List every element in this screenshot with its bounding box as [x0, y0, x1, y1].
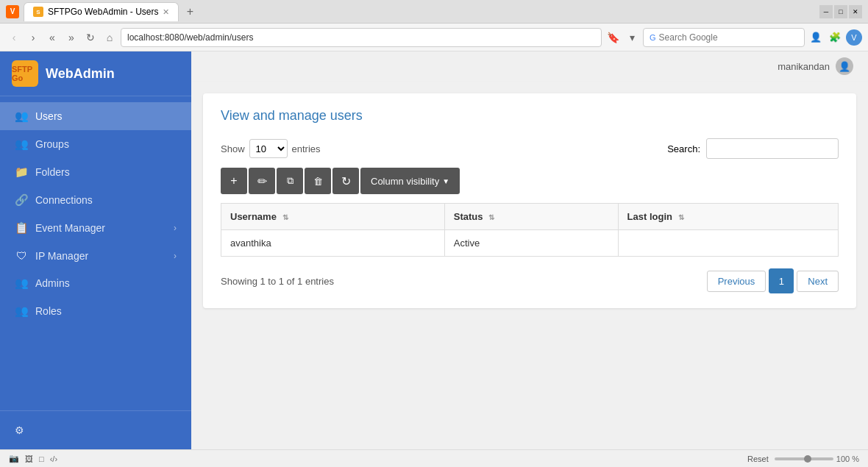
- sidebar-title: WebAdmin: [46, 66, 115, 82]
- sidebar-item-admins-label: Admins: [35, 277, 70, 289]
- vivaldi-button[interactable]: V: [846, 29, 862, 46]
- copy-icon: ⧉: [287, 175, 294, 187]
- active-tab[interactable]: S SFTPGo WebAdmin - Users ✕: [24, 2, 179, 21]
- showing-text: Showing 1 to 1 of 1 entries: [221, 276, 334, 287]
- home-button[interactable]: ⌂: [102, 29, 118, 46]
- new-tab-button[interactable]: +: [182, 4, 198, 20]
- history-back-button[interactable]: «: [44, 29, 60, 46]
- pagination-controls: Previous 1 Next: [707, 268, 839, 293]
- refresh-button[interactable]: ↻: [332, 168, 359, 194]
- status-bar-icon-camera: 📷: [9, 454, 19, 463]
- edit-button[interactable]: ✏: [249, 168, 275, 194]
- search-input[interactable]: [706, 138, 839, 159]
- sidebar-item-groups[interactable]: 👥 Groups: [0, 130, 191, 158]
- delete-icon: 🗑: [313, 176, 323, 187]
- status-bar: 📷 🖼 □ ‹/› Reset 100 %: [0, 449, 868, 467]
- address-bar[interactable]: [121, 28, 602, 47]
- refresh-icon: ↻: [341, 174, 351, 188]
- history-forward-button[interactable]: »: [63, 29, 79, 46]
- zoom-slider[interactable]: [775, 457, 833, 460]
- status-bar-icon-code: ‹/›: [50, 454, 57, 463]
- back-button[interactable]: ‹: [6, 29, 22, 46]
- browser-logo: V: [6, 5, 19, 18]
- tab-close-button[interactable]: ✕: [163, 7, 169, 17]
- user-avatar[interactable]: 👤: [836, 57, 853, 75]
- add-button[interactable]: +: [221, 168, 247, 194]
- sidebar-item-event-manager[interactable]: 📋 Event Manager ›: [0, 214, 191, 242]
- username-column-header[interactable]: Username ⇅: [221, 204, 445, 230]
- zoom-slider-thumb: [804, 455, 811, 463]
- zoom-level: 100 %: [836, 454, 859, 463]
- page-title: View and manage users: [221, 108, 839, 124]
- bookmark-dropdown[interactable]: ▾: [624, 29, 640, 46]
- close-button[interactable]: ✕: [849, 5, 862, 18]
- sidebar-item-folders[interactable]: 📁 Folders: [0, 158, 191, 186]
- ip-manager-expand-icon: ›: [174, 251, 177, 261]
- last-login-column-header[interactable]: Last login ⇅: [618, 204, 838, 230]
- window-controls: V: [6, 5, 19, 18]
- column-visibility-button[interactable]: Column visibility ▼: [360, 168, 460, 194]
- username-header-label: Username: [230, 211, 277, 222]
- google-icon: G: [650, 33, 656, 42]
- search-bar-input[interactable]: [659, 32, 784, 43]
- sidebar-item-event-manager-label: Event Manager: [35, 222, 105, 234]
- forward-button[interactable]: ›: [25, 29, 41, 46]
- sidebar-item-connections[interactable]: 🔗 Connections: [0, 186, 191, 214]
- groups-icon: 👥: [15, 138, 28, 151]
- search-bar-container: G: [643, 28, 805, 47]
- ip-manager-icon: 🛡: [15, 249, 28, 262]
- users-icon: 👥: [15, 110, 28, 123]
- nav-extras: 👤 🧩 V: [808, 29, 862, 46]
- sidebar-item-folders-label: Folders: [35, 166, 70, 178]
- search-label: Search:: [667, 143, 700, 154]
- sidebar: SFTP Go WebAdmin 👥 Users 👥 Groups 📁 Fold…: [0, 51, 191, 449]
- sidebar-nav: 👥 Users 👥 Groups 📁 Folders 🔗 Connections…: [0, 96, 191, 410]
- delete-button[interactable]: 🗑: [305, 168, 331, 194]
- next-button[interactable]: Next: [797, 271, 839, 292]
- user-profile-button[interactable]: 👤: [808, 29, 824, 46]
- settings-item[interactable]: ⚙: [15, 418, 177, 442]
- sidebar-item-groups-label: Groups: [35, 138, 69, 150]
- app-body: SFTP Go WebAdmin 👥 Users 👥 Groups 📁 Fold…: [0, 51, 868, 449]
- status-cell: Active: [444, 230, 618, 257]
- tab-favicon: S: [33, 7, 43, 17]
- admins-icon: 👥: [15, 277, 28, 290]
- status-column-header[interactable]: Status ⇅: [444, 204, 618, 230]
- extensions-button[interactable]: 🧩: [827, 29, 843, 46]
- add-icon: +: [230, 174, 237, 188]
- show-entries: Show 10 25 50 100 entries: [221, 139, 321, 158]
- tab-title: SFTPGo WebAdmin - Users: [48, 7, 158, 17]
- event-manager-icon: 📋: [15, 221, 28, 235]
- col-visibility-label: Column visibility: [371, 176, 439, 187]
- sidebar-item-users[interactable]: 👥 Users: [0, 102, 191, 130]
- status-bar-right: Reset 100 %: [747, 454, 859, 463]
- sidebar-footer: ⚙: [0, 410, 191, 449]
- status-sort-icon: ⇅: [488, 213, 494, 221]
- bookmark-button[interactable]: 🔖: [605, 29, 621, 46]
- current-page-number[interactable]: 1: [769, 268, 794, 293]
- title-bar: V S SFTPGo WebAdmin - Users ✕ + ─ □ ✕: [0, 0, 868, 24]
- sidebar-item-ip-manager[interactable]: 🛡 IP Manager ›: [0, 242, 191, 269]
- reset-zoom-button[interactable]: Reset: [747, 454, 769, 463]
- entries-select[interactable]: 10 25 50 100: [249, 139, 288, 158]
- sidebar-item-roles[interactable]: 👥 Roles: [0, 297, 191, 325]
- action-toolbar: + ✏ ⧉ 🗑 ↻: [221, 168, 839, 194]
- content-card: View and manage users Show 10 25 50 100 …: [203, 93, 856, 308]
- previous-button[interactable]: Previous: [707, 271, 766, 292]
- search-box: Search:: [667, 138, 839, 159]
- entries-label: entries: [292, 143, 321, 154]
- sidebar-item-roles-label: Roles: [35, 305, 62, 317]
- last-login-sort-icon: ⇅: [678, 213, 684, 221]
- copy-button[interactable]: ⧉: [277, 168, 303, 194]
- minimize-button[interactable]: ─: [819, 5, 833, 18]
- maximize-button[interactable]: □: [834, 5, 847, 18]
- pagination-row: Showing 1 to 1 of 1 entries Previous 1 N…: [221, 268, 839, 293]
- status-bar-icon-image: 🖼: [25, 454, 33, 463]
- data-table: Username ⇅ Status ⇅ Last login ⇅: [221, 203, 839, 257]
- last-login-header-label: Last login: [627, 211, 672, 222]
- reload-button[interactable]: ↻: [82, 29, 99, 46]
- status-header-label: Status: [454, 211, 483, 222]
- last-login-cell: [618, 230, 838, 257]
- sidebar-item-ip-manager-label: IP Manager: [35, 250, 88, 262]
- sidebar-item-admins[interactable]: 👥 Admins: [0, 269, 191, 297]
